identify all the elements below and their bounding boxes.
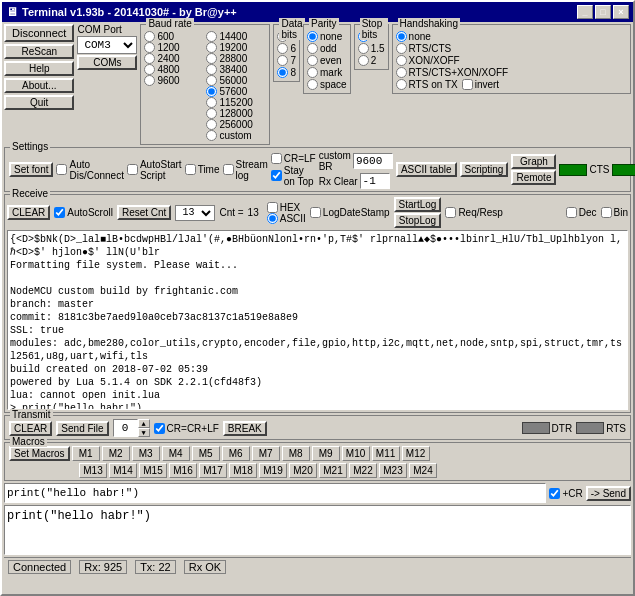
minimize-button[interactable]: _: [577, 5, 593, 19]
macro-m8-button[interactable]: M8: [282, 446, 310, 461]
cr-crlf-checkbox[interactable]: [154, 423, 165, 434]
baud-115200-radio[interactable]: [206, 97, 217, 108]
req-resp-checkbox[interactable]: [445, 207, 456, 218]
hs-rtscts-radio[interactable]: [396, 43, 407, 54]
baud-14400-radio[interactable]: [206, 31, 217, 42]
close-button[interactable]: ×: [613, 5, 629, 19]
macro-m10-button[interactable]: M10: [342, 446, 370, 461]
log-date-stamp-checkbox[interactable]: [310, 207, 321, 218]
baud-custom-radio[interactable]: [206, 130, 217, 141]
macro-m11-button[interactable]: M11: [372, 446, 400, 461]
baud-9600-radio[interactable]: [144, 75, 155, 86]
macro-m19-button[interactable]: M19: [259, 463, 287, 478]
hs-rtscts-xon-radio[interactable]: [396, 67, 407, 78]
ascii-table-button[interactable]: ASCII table: [396, 162, 457, 177]
baud-128000-radio[interactable]: [206, 108, 217, 119]
com-port-select[interactable]: COM3: [77, 36, 137, 54]
data-bits-7-radio[interactable]: [277, 55, 288, 66]
counter-up-button[interactable]: ▲: [138, 419, 150, 428]
break-button[interactable]: BREAK: [223, 421, 267, 436]
macro-m12-button[interactable]: M12: [402, 446, 430, 461]
hex-checkbox[interactable]: [267, 202, 278, 213]
about-button[interactable]: About...: [4, 78, 74, 93]
parity-odd-radio[interactable]: [307, 43, 318, 54]
macro-m7-button[interactable]: M7: [252, 446, 280, 461]
auto-dis-connect-checkbox[interactable]: [56, 164, 67, 175]
receive-text-area[interactable]: {<D>$bNk(D>_lal■lB•bcdwpHBl/lJal'(#,●BHb…: [7, 230, 628, 410]
autostart-script-checkbox[interactable]: [127, 164, 138, 175]
baud-38400-radio[interactable]: [206, 64, 217, 75]
data-bits-8-radio[interactable]: [277, 67, 288, 78]
macro-m9-button[interactable]: M9: [312, 446, 340, 461]
disconnect-button[interactable]: Disconnect: [4, 24, 74, 42]
stop-bits-1-5-radio[interactable]: [358, 43, 369, 54]
macro-m18-button[interactable]: M18: [229, 463, 257, 478]
macro-m5-button[interactable]: M5: [192, 446, 220, 461]
macro-m3-button[interactable]: M3: [132, 446, 160, 461]
transmit-counter-input[interactable]: [113, 419, 138, 437]
custom-br-input[interactable]: [353, 153, 393, 169]
macro-m2-button[interactable]: M2: [102, 446, 130, 461]
macro-m16-button[interactable]: M16: [169, 463, 197, 478]
set-font-button[interactable]: Set font: [9, 162, 53, 177]
stop-log-button[interactable]: StopLog: [394, 213, 442, 228]
maximize-button[interactable]: □: [595, 5, 611, 19]
parity-mark-radio[interactable]: [307, 67, 318, 78]
stay-on-top-checkbox[interactable]: [271, 170, 282, 181]
macro-m21-button[interactable]: M21: [319, 463, 347, 478]
autoscroll-checkbox[interactable]: [54, 207, 65, 218]
rx-clear-input[interactable]: [360, 173, 390, 189]
reset-cnt-button[interactable]: Reset Cnt: [117, 205, 171, 220]
hs-none-radio[interactable]: [396, 31, 407, 42]
stream-log-checkbox[interactable]: [223, 164, 234, 175]
send-button[interactable]: -> Send: [586, 486, 631, 501]
macro-m15-button[interactable]: M15: [139, 463, 167, 478]
macro-m23-button[interactable]: M23: [379, 463, 407, 478]
cr-append-checkbox[interactable]: [549, 488, 560, 499]
quit-button[interactable]: Quit: [4, 95, 74, 110]
macro-m14-button[interactable]: M14: [109, 463, 137, 478]
baud-57600-radio[interactable]: [206, 86, 217, 97]
macro-m13-button[interactable]: M13: [79, 463, 107, 478]
dec-checkbox[interactable]: [566, 207, 577, 218]
macro-m17-button[interactable]: M17: [199, 463, 227, 478]
send-file-button[interactable]: Send File: [56, 421, 108, 436]
data-bits-6-radio[interactable]: [277, 43, 288, 54]
transmit-clear-button[interactable]: CLEAR: [9, 421, 52, 436]
bin-checkbox[interactable]: [601, 207, 612, 218]
macro-m22-button[interactable]: M22: [349, 463, 377, 478]
help-button[interactable]: Help: [4, 61, 74, 76]
receive-clear-button[interactable]: CLEAR: [7, 205, 50, 220]
remote-button[interactable]: Remote: [511, 170, 556, 185]
baud-56000-radio[interactable]: [206, 75, 217, 86]
rescan-button[interactable]: ReScan: [4, 44, 74, 59]
ascii-radio[interactable]: [267, 213, 278, 224]
baud-28800-radio[interactable]: [206, 53, 217, 64]
graph-button[interactable]: Graph: [511, 154, 556, 169]
hs-rtson-radio[interactable]: [396, 79, 407, 90]
command-input[interactable]: [4, 483, 546, 503]
macro-m20-button[interactable]: M20: [289, 463, 317, 478]
baud-2400-radio[interactable]: [144, 53, 155, 64]
macro-m6-button[interactable]: M6: [222, 446, 250, 461]
counter-down-button[interactable]: ▼: [138, 428, 150, 437]
parity-none-radio[interactable]: [307, 31, 318, 42]
parity-even-radio[interactable]: [307, 55, 318, 66]
baud-19200-radio[interactable]: [206, 42, 217, 53]
macro-m1-button[interactable]: M1: [72, 446, 100, 461]
baud-256000-radio[interactable]: [206, 119, 217, 130]
baud-4800-radio[interactable]: [144, 64, 155, 75]
invert-checkbox[interactable]: [462, 79, 473, 90]
macro-m4-button[interactable]: M4: [162, 446, 190, 461]
macro-m24-button[interactable]: M24: [409, 463, 437, 478]
set-macros-button[interactable]: Set Macros: [9, 446, 70, 461]
cr-lf-checkbox[interactable]: [271, 153, 282, 164]
start-log-button[interactable]: StartLog: [394, 197, 442, 212]
hs-xonxoff-radio[interactable]: [396, 55, 407, 66]
stop-bits-2-radio[interactable]: [358, 55, 369, 66]
scripting-button[interactable]: Scripting: [460, 162, 509, 177]
cnt-select[interactable]: 13: [175, 205, 215, 221]
coms-button[interactable]: COMs: [77, 55, 137, 70]
baud-1200-radio[interactable]: [144, 42, 155, 53]
time-checkbox[interactable]: [185, 164, 196, 175]
